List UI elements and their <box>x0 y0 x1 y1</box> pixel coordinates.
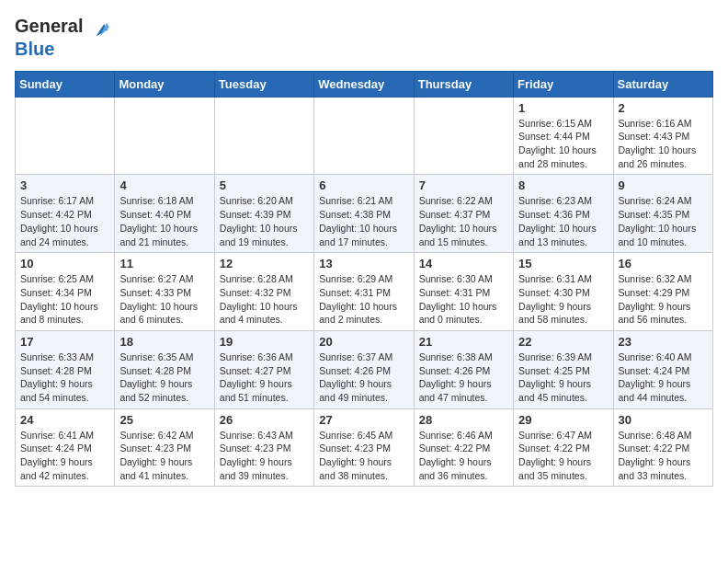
day-number: 11 <box>119 257 209 270</box>
day-info: Sunrise: 6:38 AM Sunset: 4:26 PM Dayligh… <box>419 350 508 405</box>
day-number: 3 <box>20 178 109 192</box>
day-number: 17 <box>20 335 109 349</box>
week-row-2: 3Sunrise: 6:17 AM Sunset: 4:42 PM Daylig… <box>16 175 713 253</box>
day-cell-9: 9Sunrise: 6:24 AM Sunset: 4:35 PM Daylig… <box>613 175 712 253</box>
day-cell-empty <box>414 97 513 175</box>
logo-text: General <box>15 15 110 38</box>
day-cell-27: 27Sunrise: 6:45 AM Sunset: 4:23 PM Dayli… <box>314 408 414 487</box>
day-cell-11: 11Sunrise: 6:27 AM Sunset: 4:33 PM Dayli… <box>115 253 214 331</box>
weekday-header-sunday: Sunday <box>16 71 115 97</box>
day-number: 13 <box>319 257 408 270</box>
day-info: Sunrise: 6:40 AM Sunset: 4:24 PM Dayligh… <box>619 350 708 405</box>
day-info: Sunrise: 6:30 AM Sunset: 4:31 PM Dayligh… <box>419 272 508 327</box>
day-number: 27 <box>319 413 408 427</box>
day-cell-15: 15Sunrise: 6:31 AM Sunset: 4:30 PM Dayli… <box>514 253 613 331</box>
week-row-3: 10Sunrise: 6:25 AM Sunset: 4:34 PM Dayli… <box>16 253 713 331</box>
day-info: Sunrise: 6:29 AM Sunset: 4:31 PM Dayligh… <box>319 272 408 327</box>
day-cell-3: 3Sunrise: 6:17 AM Sunset: 4:42 PM Daylig… <box>16 175 115 253</box>
day-cell-24: 24Sunrise: 6:41 AM Sunset: 4:24 PM Dayli… <box>16 408 115 487</box>
day-cell-16: 16Sunrise: 6:32 AM Sunset: 4:29 PM Dayli… <box>613 253 712 331</box>
day-info: Sunrise: 6:22 AM Sunset: 4:37 PM Dayligh… <box>419 194 508 248</box>
day-number: 4 <box>119 178 209 192</box>
day-number: 22 <box>518 335 608 349</box>
day-cell-25: 25Sunrise: 6:42 AM Sunset: 4:23 PM Dayli… <box>115 408 214 487</box>
day-number: 18 <box>119 335 209 349</box>
day-info: Sunrise: 6:25 AM Sunset: 4:34 PM Dayligh… <box>20 272 109 327</box>
day-number: 19 <box>220 335 309 349</box>
weekday-header-saturday: Saturday <box>613 71 712 97</box>
day-cell-7: 7Sunrise: 6:22 AM Sunset: 4:37 PM Daylig… <box>414 175 513 253</box>
day-cell-29: 29Sunrise: 6:47 AM Sunset: 4:22 PM Dayli… <box>514 408 613 487</box>
week-row-5: 24Sunrise: 6:41 AM Sunset: 4:24 PM Dayli… <box>16 408 713 487</box>
day-number: 26 <box>220 413 309 427</box>
day-cell-empty <box>16 97 115 175</box>
day-number: 29 <box>518 413 608 427</box>
day-number: 20 <box>319 335 408 349</box>
day-cell-14: 14Sunrise: 6:30 AM Sunset: 4:31 PM Dayli… <box>414 253 513 331</box>
day-info: Sunrise: 6:23 AM Sunset: 4:36 PM Dayligh… <box>518 194 608 248</box>
header: General Blue <box>15 15 713 60</box>
day-cell-8: 8Sunrise: 6:23 AM Sunset: 4:36 PM Daylig… <box>514 175 613 253</box>
day-number: 25 <box>119 413 209 427</box>
day-info: Sunrise: 6:33 AM Sunset: 4:28 PM Dayligh… <box>20 350 109 405</box>
calendar: SundayMondayTuesdayWednesdayThursdayFrid… <box>15 71 713 488</box>
day-info: Sunrise: 6:28 AM Sunset: 4:32 PM Dayligh… <box>220 272 309 327</box>
day-cell-22: 22Sunrise: 6:39 AM Sunset: 4:25 PM Dayli… <box>514 330 613 408</box>
weekday-header-monday: Monday <box>115 71 214 97</box>
weekday-header-wednesday: Wednesday <box>314 71 414 97</box>
day-cell-6: 6Sunrise: 6:21 AM Sunset: 4:38 PM Daylig… <box>314 175 414 253</box>
day-info: Sunrise: 6:18 AM Sunset: 4:40 PM Dayligh… <box>119 194 209 248</box>
day-cell-26: 26Sunrise: 6:43 AM Sunset: 4:23 PM Dayli… <box>214 408 313 487</box>
day-info: Sunrise: 6:45 AM Sunset: 4:23 PM Dayligh… <box>319 429 408 483</box>
day-number: 14 <box>419 257 508 270</box>
day-number: 16 <box>619 257 708 270</box>
day-info: Sunrise: 6:17 AM Sunset: 4:42 PM Dayligh… <box>20 194 109 248</box>
day-cell-19: 19Sunrise: 6:36 AM Sunset: 4:27 PM Dayli… <box>214 330 313 408</box>
weekday-header-friday: Friday <box>514 71 613 97</box>
day-info: Sunrise: 6:32 AM Sunset: 4:29 PM Dayligh… <box>619 272 708 327</box>
day-info: Sunrise: 6:39 AM Sunset: 4:25 PM Dayligh… <box>518 350 608 405</box>
day-cell-10: 10Sunrise: 6:25 AM Sunset: 4:34 PM Dayli… <box>16 253 115 331</box>
day-number: 7 <box>419 178 508 192</box>
day-number: 5 <box>220 178 309 192</box>
day-cell-12: 12Sunrise: 6:28 AM Sunset: 4:32 PM Dayli… <box>214 253 313 331</box>
day-info: Sunrise: 6:37 AM Sunset: 4:26 PM Dayligh… <box>319 350 408 405</box>
logo-blue: Blue <box>15 38 110 60</box>
day-info: Sunrise: 6:27 AM Sunset: 4:33 PM Dayligh… <box>119 272 209 327</box>
day-cell-5: 5Sunrise: 6:20 AM Sunset: 4:39 PM Daylig… <box>214 175 313 253</box>
day-cell-empty <box>314 97 414 175</box>
day-cell-20: 20Sunrise: 6:37 AM Sunset: 4:26 PM Dayli… <box>314 330 414 408</box>
day-info: Sunrise: 6:35 AM Sunset: 4:28 PM Dayligh… <box>119 350 209 405</box>
day-number: 8 <box>518 178 608 192</box>
day-cell-2: 2Sunrise: 6:16 AM Sunset: 4:43 PM Daylig… <box>613 97 712 175</box>
day-info: Sunrise: 6:20 AM Sunset: 4:39 PM Dayligh… <box>220 194 309 248</box>
week-row-1: 1Sunrise: 6:15 AM Sunset: 4:44 PM Daylig… <box>16 97 713 175</box>
logo: General Blue <box>15 15 110 60</box>
day-info: Sunrise: 6:41 AM Sunset: 4:24 PM Dayligh… <box>20 429 109 483</box>
day-cell-13: 13Sunrise: 6:29 AM Sunset: 4:31 PM Dayli… <box>314 253 414 331</box>
day-number: 15 <box>518 257 608 270</box>
weekday-header-row: SundayMondayTuesdayWednesdayThursdayFrid… <box>16 71 713 97</box>
weekday-header-thursday: Thursday <box>414 71 513 97</box>
day-number: 23 <box>619 335 708 349</box>
day-number: 28 <box>419 413 508 427</box>
day-number: 30 <box>619 413 708 427</box>
day-cell-21: 21Sunrise: 6:38 AM Sunset: 4:26 PM Dayli… <box>414 330 513 408</box>
day-cell-empty <box>214 97 313 175</box>
day-info: Sunrise: 6:21 AM Sunset: 4:38 PM Dayligh… <box>319 194 408 248</box>
day-number: 24 <box>20 413 109 427</box>
day-info: Sunrise: 6:36 AM Sunset: 4:27 PM Dayligh… <box>220 350 309 405</box>
day-info: Sunrise: 6:42 AM Sunset: 4:23 PM Dayligh… <box>119 429 209 483</box>
day-info: Sunrise: 6:16 AM Sunset: 4:43 PM Dayligh… <box>619 117 708 171</box>
day-cell-1: 1Sunrise: 6:15 AM Sunset: 4:44 PM Daylig… <box>514 97 613 175</box>
day-number: 12 <box>220 257 309 270</box>
day-info: Sunrise: 6:46 AM Sunset: 4:22 PM Dayligh… <box>419 429 508 483</box>
logo-icon <box>89 17 109 38</box>
day-number: 6 <box>319 178 408 192</box>
day-cell-18: 18Sunrise: 6:35 AM Sunset: 4:28 PM Dayli… <box>115 330 214 408</box>
day-cell-23: 23Sunrise: 6:40 AM Sunset: 4:24 PM Dayli… <box>613 330 712 408</box>
day-info: Sunrise: 6:47 AM Sunset: 4:22 PM Dayligh… <box>518 429 608 483</box>
day-number: 9 <box>619 178 708 192</box>
day-number: 10 <box>20 257 109 270</box>
day-info: Sunrise: 6:48 AM Sunset: 4:22 PM Dayligh… <box>619 429 708 483</box>
